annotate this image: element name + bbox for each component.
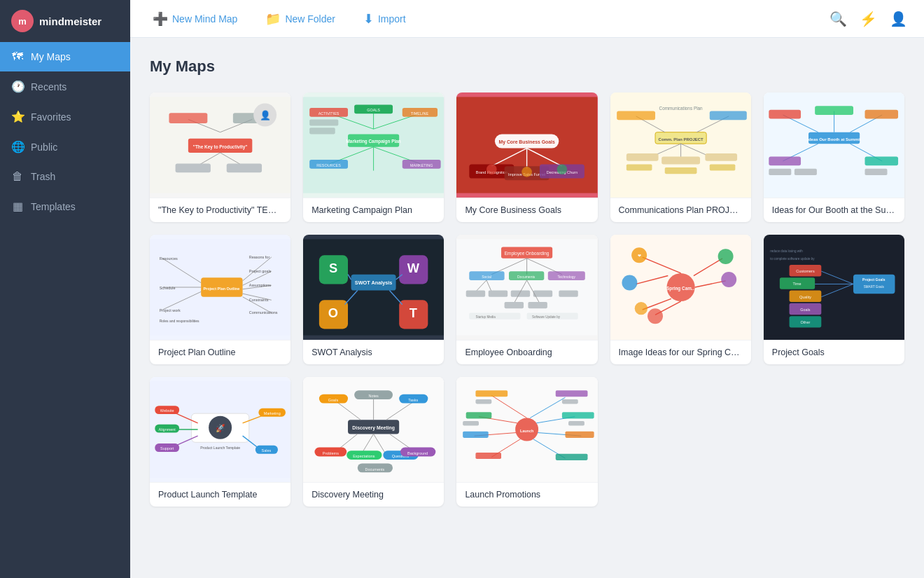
card-label: Ideas for Our Booth at the Summit — [764, 198, 904, 222]
card-label: Project Plan Outline — [150, 340, 290, 364]
svg-point-156 — [721, 272, 736, 287]
search-icon[interactable]: 🔍 — [830, 11, 847, 27]
svg-text:Project goals: Project goals — [249, 269, 272, 273]
svg-text:T: T — [410, 305, 417, 320]
card-label: Product Launch Template — [150, 482, 290, 507]
sidebar-item-my-maps[interactable]: 🗺 My Maps — [0, 42, 130, 71]
svg-text:SWOT Analysis: SWOT Analysis — [355, 280, 393, 286]
card-label: Marketing Campaign Plan — [303, 198, 444, 222]
svg-rect-62 — [705, 153, 737, 161]
svg-rect-240 — [556, 390, 588, 397]
svg-text:Customers: Customers — [796, 269, 815, 273]
recents-icon: 🕐 — [11, 80, 24, 93]
activity-icon[interactable]: ⚡ — [860, 11, 877, 27]
topbar-right: 🔍 ⚡ 👤 — [830, 11, 907, 27]
svg-text:Other: Other — [800, 320, 810, 324]
map-card-product[interactable]: 🚀 Product Launch Template Website Alignm… — [150, 377, 290, 507]
sidebar-item-label: Templates — [31, 201, 76, 212]
map-card-discovery[interactable]: Discovery Meeting Goals Notes Task — [303, 377, 444, 507]
new-folder-label: New Folder — [285, 13, 335, 25]
card-thumbnail: Communications Plan Comm. Plan PROJECT — [610, 92, 751, 198]
svg-text:Expectations: Expectations — [353, 454, 375, 458]
card-label: My Core Business Goals — [456, 198, 597, 222]
map-card-launch[interactable]: Launch — [456, 377, 597, 507]
map-card-project-plan[interactable]: Project Plan Outline Resources Schedule … — [150, 235, 290, 364]
sidebar-item-templates[interactable]: ▦ Templates — [0, 191, 130, 221]
svg-text:Goals: Goals — [800, 308, 811, 312]
svg-rect-241 — [562, 412, 594, 418]
map-card-goals[interactable]: Project Goals SMART Goals Customers Time… — [764, 235, 904, 364]
map-card-onboarding[interactable]: Employee Onboarding Social Documents Tec… — [456, 235, 597, 364]
svg-rect-78 — [864, 156, 898, 165]
svg-rect-236 — [476, 390, 508, 397]
my-maps-icon: 🗺 — [11, 50, 24, 63]
svg-rect-10 — [227, 164, 262, 173]
svg-text:Startup Media: Startup Media — [476, 315, 496, 319]
card-thumbnail: SWOT Analysis S W O T — [303, 235, 444, 340]
svg-text:Sales: Sales — [262, 448, 272, 453]
map-card-comms[interactable]: Communications Plan Comm. Plan PROJECT — [610, 92, 751, 222]
card-thumbnail: 🚀 Product Launch Template Website Alignm… — [150, 377, 290, 482]
user-avatar[interactable]: 👤 — [890, 11, 907, 27]
maps-grid: "The Key to Productivity" 👤 " — [150, 92, 904, 507]
new-mind-map-button[interactable]: ➕ New Mind Map — [147, 7, 243, 31]
new-folder-button[interactable]: 📁 New Folder — [260, 7, 341, 31]
map-card-productivity[interactable]: "The Key to Productivity" 👤 " — [150, 92, 290, 222]
svg-text:ACTIVITIES: ACTIVITIES — [318, 111, 340, 116]
logo: m mindmeister — [0, 0, 130, 42]
card-thumbnail: Project Goals SMART Goals Customers Time… — [764, 235, 904, 340]
svg-text:SMART Goals: SMART Goals — [864, 285, 885, 289]
svg-rect-246 — [562, 399, 578, 404]
import-label: Import — [378, 13, 406, 25]
map-card-business[interactable]: My Core Business Goals Brand Recognition… — [456, 92, 597, 222]
card-thumbnail: Spring Cam... ❤ — [610, 235, 751, 340]
import-icon: ⬇ — [363, 11, 374, 27]
svg-point-158 — [634, 302, 647, 315]
svg-rect-32 — [309, 119, 338, 125]
svg-text:Spring Cam...: Spring Cam... — [666, 286, 695, 291]
card-thumbnail: "The Key to Productivity" 👤 — [150, 92, 290, 198]
card-label: "The Key to Productivity" TEDxVi... — [150, 198, 290, 222]
svg-rect-77 — [769, 156, 801, 165]
svg-rect-243 — [556, 454, 588, 460]
svg-text:Resources: Resources — [160, 256, 178, 261]
svg-text:Marketing Campaign Plan: Marketing Campaign Plan — [346, 139, 401, 144]
svg-text:Reasons for: Reasons for — [249, 255, 270, 259]
map-card-booth[interactable]: Ideas Our Booth at Summit — [764, 92, 904, 222]
svg-text:Ideas Our Booth at Summit: Ideas Our Booth at Summit — [807, 137, 861, 142]
svg-text:Quality: Quality — [799, 295, 811, 299]
logo-icon: m — [11, 10, 34, 32]
svg-point-48 — [557, 164, 568, 174]
svg-point-47 — [522, 167, 533, 177]
topbar: ➕ New Mind Map 📁 New Folder ⬇ Import 🔍 ⚡… — [130, 0, 924, 38]
svg-rect-132 — [489, 291, 507, 297]
svg-text:Schedule: Schedule — [160, 286, 176, 290]
svg-rect-247 — [568, 421, 584, 425]
svg-text:Marketing: Marketing — [264, 411, 281, 415]
svg-text:Project work: Project work — [160, 308, 181, 312]
svg-rect-65 — [709, 164, 735, 170]
sidebar-item-trash[interactable]: 🗑 Trash — [0, 162, 130, 191]
svg-rect-237 — [466, 412, 492, 418]
svg-text:Launch: Launch — [520, 429, 533, 433]
trash-icon: 🗑 — [11, 170, 24, 183]
sidebar-item-favorites[interactable]: ⭐ Favorites — [0, 102, 130, 132]
svg-text:O: O — [328, 305, 338, 320]
map-card-spring[interactable]: Spring Cam... ❤ — [610, 235, 751, 364]
sidebar-item-label: Public — [31, 142, 57, 153]
import-button[interactable]: ⬇ Import — [358, 7, 412, 31]
sidebar-item-label: Favorites — [31, 111, 71, 123]
svg-text:TIMELINE: TIMELINE — [411, 111, 429, 116]
svg-rect-76 — [864, 110, 898, 119]
map-card-swot[interactable]: SWOT Analysis S W O T — [303, 235, 444, 364]
sidebar-item-recents[interactable]: 🕐 Recents — [0, 71, 130, 102]
svg-rect-61 — [662, 156, 700, 164]
svg-text:Goals: Goals — [328, 398, 339, 402]
svg-rect-134 — [533, 291, 552, 297]
sidebar-item-public[interactable]: 🌐 Public — [0, 132, 130, 162]
sidebar-item-label: Trash — [31, 171, 55, 182]
svg-rect-79 — [769, 169, 791, 175]
svg-text:Problems: Problems — [323, 451, 339, 455]
map-card-marketing[interactable]: Marketing Campaign Plan ACTIVITIES GOALS… — [303, 92, 444, 222]
svg-text:Technology: Technology — [558, 275, 576, 279]
